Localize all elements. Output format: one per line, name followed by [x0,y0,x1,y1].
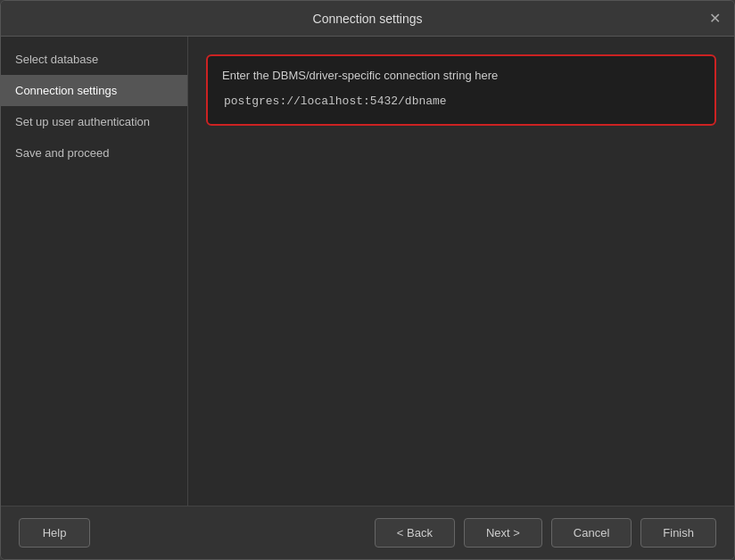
connection-string-label: Enter the DBMS/driver-specific connectio… [222,69,700,82]
footer-right-buttons: < Back Next > Cancel Finish [375,518,716,548]
finish-button[interactable]: Finish [640,518,716,548]
sidebar-item-label: Select database [15,53,98,66]
sidebar: Select database Connection settings Set … [1,37,188,506]
dialog-content: Select database Connection settings Set … [1,37,734,506]
sidebar-item-label: Connection settings [15,84,117,97]
main-area: Enter the DBMS/driver-specific connectio… [188,37,734,506]
sidebar-item-save-and-proceed[interactable]: Save and proceed [1,137,187,169]
close-icon: ✕ [709,10,721,27]
connection-string-input[interactable] [222,91,700,111]
help-button[interactable]: Help [19,518,90,548]
cancel-button[interactable]: Cancel [551,518,632,548]
connection-string-box: Enter the DBMS/driver-specific connectio… [206,54,716,126]
sidebar-item-label: Save and proceed [15,146,110,160]
close-button[interactable]: ✕ [706,10,723,28]
sidebar-item-select-database[interactable]: Select database [1,44,187,75]
sidebar-item-connection-settings[interactable]: Connection settings [1,75,187,106]
connection-settings-dialog: Connection settings ✕ Select database Co… [0,0,735,560]
next-button[interactable]: Next > [464,518,542,548]
title-bar: Connection settings ✕ [1,1,734,37]
footer-left-buttons: Help [19,518,90,548]
sidebar-item-setup-user-auth[interactable]: Set up user authentication [1,106,187,137]
dialog-title: Connection settings [313,12,423,26]
sidebar-item-label: Set up user authentication [15,115,150,128]
back-button[interactable]: < Back [375,518,455,548]
dialog-footer: Help < Back Next > Cancel Finish [1,506,734,559]
